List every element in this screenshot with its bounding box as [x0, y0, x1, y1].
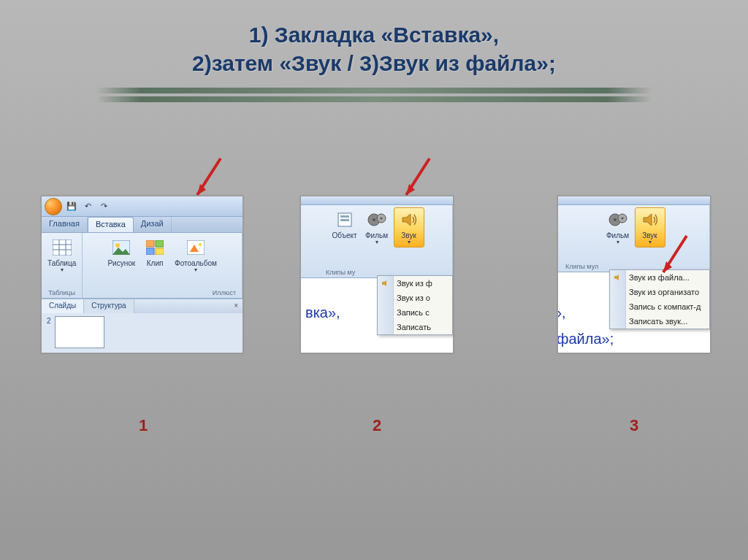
clip-label: Клип: [147, 259, 164, 267]
clip-icon: [145, 237, 165, 258]
dropdown-arrow-icon: ▾: [61, 267, 64, 273]
object-button[interactable]: Объект: [329, 207, 359, 248]
tab-design[interactable]: Дизай: [134, 217, 172, 232]
step-number-1: 1: [139, 416, 148, 435]
object-icon: [335, 210, 355, 230]
svg-point-22: [614, 218, 617, 221]
office-button[interactable]: [45, 198, 62, 215]
panel-tabs: Слайды Структура ×: [42, 299, 243, 313]
menu-record-cd[interactable]: Запись с компакт-д: [610, 299, 709, 314]
film-icon: [608, 210, 628, 230]
screenshot-2: Объект Фильм ▾ Звук ▾: [300, 196, 454, 353]
close-icon[interactable]: ×: [229, 299, 243, 313]
svg-point-12: [199, 243, 202, 246]
svg-point-6: [115, 243, 120, 248]
svg-point-18: [373, 218, 375, 221]
clip-button[interactable]: Клип: [140, 235, 170, 275]
slide-thumbnail[interactable]: 2: [55, 316, 104, 348]
film-icon: [367, 210, 387, 230]
arrow-1: [184, 155, 228, 206]
table-button[interactable]: Таблица ▾: [45, 235, 79, 275]
underlying-text-2: »,: [557, 304, 566, 321]
sound-dropdown-menu: Звук из ф Звук из о Запись с Записать: [377, 275, 453, 335]
tab-home[interactable]: Главная: [42, 217, 88, 232]
svg-rect-8: [156, 240, 164, 247]
object-label: Объект: [332, 231, 356, 239]
svg-rect-10: [156, 248, 164, 255]
group-tables-label: Таблицы: [45, 288, 79, 296]
title-line-2: 2)затем «Звук / 3)Звук из файла»;: [0, 49, 748, 77]
svg-rect-0: [53, 239, 72, 256]
picture-label: Рисунок: [107, 259, 135, 267]
svg-point-19: [380, 218, 382, 220]
qat-redo-icon[interactable]: ↷: [97, 200, 110, 213]
picture-button[interactable]: Рисунок: [104, 235, 138, 275]
tab-structure[interactable]: Структура: [84, 299, 134, 313]
step-number-2: 2: [373, 416, 381, 435]
table-icon: [52, 237, 72, 258]
speaker-small-icon: [613, 272, 623, 283]
menu-sound-from-organizer[interactable]: Звук из организато: [610, 285, 709, 299]
picture-icon: [111, 237, 131, 258]
menu-sound-from-organizer[interactable]: Звук из о: [378, 291, 452, 305]
menu-record-cd[interactable]: Запись с: [378, 305, 452, 320]
speaker-icon: [640, 210, 660, 230]
dropdown-arrow-icon: ▾: [617, 239, 619, 245]
slide-number: 2: [47, 317, 51, 325]
underlying-text-1: вка»,: [305, 304, 340, 321]
ribbon-tabs: Главная Вставка Дизай: [42, 217, 243, 233]
arrow-2: [393, 155, 437, 206]
dropdown-arrow-icon: ▾: [375, 239, 378, 245]
dropdown-arrow-icon: ▾: [194, 267, 197, 273]
film-button[interactable]: Фильм ▾: [603, 207, 633, 248]
underlying-text-3: файла»;: [557, 331, 614, 348]
menu-record-sound[interactable]: Записать звук...: [610, 314, 709, 329]
svg-rect-15: [340, 219, 349, 221]
screenshot-1: 💾 ↶ ↷ Главная Вставка Дизай Таблица ▾: [41, 196, 243, 353]
film-button[interactable]: Фильм ▾: [362, 207, 392, 248]
slide-title: 1) Закладка «Вставка», 2)затем «Звук / 3…: [0, 0, 748, 77]
svg-rect-14: [340, 215, 349, 218]
svg-rect-7: [146, 240, 154, 247]
ribbon: Таблица ▾ Таблицы Рисунок: [42, 233, 243, 299]
sound-button[interactable]: Звук ▾: [394, 207, 424, 248]
svg-point-23: [621, 218, 623, 220]
tab-insert[interactable]: Вставка: [88, 217, 134, 232]
menu-record-sound[interactable]: Записать: [378, 320, 452, 334]
svg-rect-9: [146, 248, 154, 255]
speaker-small-icon: [381, 278, 391, 288]
group-illus-label: Иллюст: [85, 288, 239, 296]
title-line-1: 1) Закладка «Вставка»,: [0, 20, 748, 49]
arrow-3: [650, 232, 694, 283]
qat-save-icon[interactable]: 💾: [65, 200, 78, 213]
qat-undo-icon[interactable]: ↶: [81, 200, 94, 213]
step-number-3: 3: [630, 416, 638, 435]
album-button[interactable]: Фотоальбом ▾: [172, 235, 220, 275]
album-icon: [186, 237, 206, 258]
slide-thumbnail-panel: 2: [42, 313, 243, 353]
decorative-divider: [96, 88, 652, 104]
dropdown-arrow-icon: ▾: [408, 239, 411, 245]
tab-slides[interactable]: Слайды: [42, 299, 84, 313]
speaker-icon: [399, 210, 419, 230]
menu-sound-from-file[interactable]: Звук из ф: [378, 276, 452, 291]
